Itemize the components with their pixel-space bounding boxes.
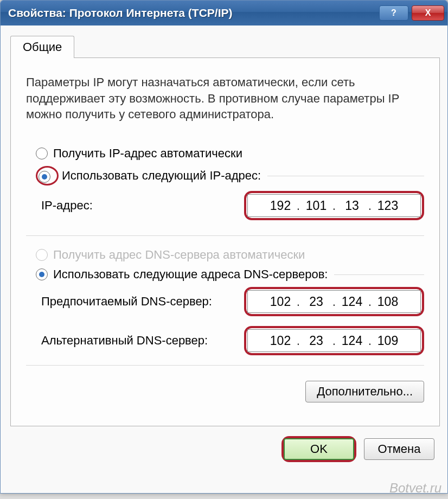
titlebar: Свойства: Протокол Интернета (TCP/IP) ? … [1, 1, 447, 25]
window-title: Свойства: Протокол Интернета (TCP/IP) [8, 7, 379, 20]
ip-octet[interactable]: 192 [265, 199, 296, 213]
highlight-box: 102. 23. 124. 109 [244, 326, 424, 355]
advanced-button[interactable]: Дополнительно... [305, 381, 424, 402]
dns-manual-option[interactable]: Использовать следующие адреса DNS-сервер… [36, 267, 424, 282]
radio-icon [39, 171, 50, 183]
dns-auto-label: Получить адрес DNS-сервера автоматически [53, 248, 305, 262]
dns-alternate-input[interactable]: 102. 23. 124. 109 [247, 329, 421, 352]
close-icon: X [425, 8, 431, 18]
help-button[interactable]: ? [379, 5, 408, 21]
radio-icon [36, 268, 48, 280]
ip-auto-option[interactable]: Получить IP-адрес автоматически [36, 146, 424, 161]
ip-manual-label: Использовать следующий IP-адрес: [62, 169, 261, 183]
dns-alternate-row: Альтернативный DNS-сервер: 102. 23. 124.… [41, 326, 424, 355]
ip-address-input[interactable]: 192. 101. 13. 123 [247, 194, 421, 217]
ip-octet[interactable]: 23 [301, 295, 331, 309]
ip-octet[interactable]: 13 [337, 199, 367, 213]
ip-octet[interactable]: 101 [301, 199, 331, 213]
close-button[interactable]: X [412, 5, 444, 21]
ip-manual-option[interactable]: Использовать следующий IP-адрес: [36, 166, 424, 185]
tab-general[interactable]: Общие [10, 36, 74, 58]
ip-auto-label: Получить IP-адрес автоматически [53, 146, 242, 161]
highlight-ring [36, 166, 59, 185]
ip-octet[interactable]: 102 [265, 334, 296, 348]
tab-strip: Общие [10, 35, 440, 57]
dns-preferred-input[interactable]: 102. 23. 124. 108 [247, 290, 421, 313]
divider [267, 176, 424, 176]
dns-preferred-label: Предпочитаемый DNS-сервер: [41, 295, 244, 309]
advanced-row: Дополнительно... [26, 381, 424, 402]
help-icon: ? [391, 8, 396, 18]
divider [334, 274, 424, 275]
ip-address-label: IP-адрес: [41, 199, 244, 213]
dialog-footer: OK Отмена [10, 438, 440, 460]
ip-address-row: IP-адрес: 192. 101. 13. 123 [41, 191, 424, 220]
ip-octet[interactable]: 124 [337, 295, 367, 309]
divider [26, 365, 424, 366]
ip-octet[interactable]: 108 [373, 295, 403, 309]
highlight-box: 192. 101. 13. 123 [244, 191, 424, 220]
properties-dialog: Свойства: Протокол Интернета (TCP/IP) ? … [0, 0, 448, 494]
dns-manual-label: Использовать следующие адреса DNS-сервер… [53, 267, 328, 282]
ok-button[interactable]: OK [284, 438, 354, 460]
highlight-box: 102. 23. 124. 108 [244, 287, 424, 316]
watermark: Botvet.ru [389, 481, 441, 496]
ip-octet[interactable]: 124 [337, 334, 367, 348]
description-text: Параметры IP могут назначаться автоматич… [26, 74, 424, 123]
radio-icon [36, 249, 48, 261]
dns-preferred-row: Предпочитаемый DNS-сервер: 102. 23. 124.… [41, 287, 424, 316]
radio-icon [36, 148, 48, 159]
dns-alternate-label: Альтернативный DNS-сервер: [41, 334, 244, 348]
ip-octet[interactable]: 102 [265, 295, 296, 309]
cancel-button[interactable]: Отмена [364, 438, 434, 460]
dns-auto-option: Получить адрес DNS-сервера автоматически [36, 248, 424, 262]
ip-octet[interactable]: 23 [301, 334, 331, 348]
highlight-box: OK [284, 438, 354, 460]
divider [26, 235, 424, 236]
ip-octet[interactable]: 109 [373, 334, 403, 348]
client-area: Общие Параметры IP могут назначаться авт… [1, 25, 447, 493]
ip-octet[interactable]: 123 [373, 199, 403, 213]
titlebar-buttons: ? X [379, 5, 444, 21]
tab-panel-general: Параметры IP могут назначаться автоматич… [10, 57, 440, 426]
